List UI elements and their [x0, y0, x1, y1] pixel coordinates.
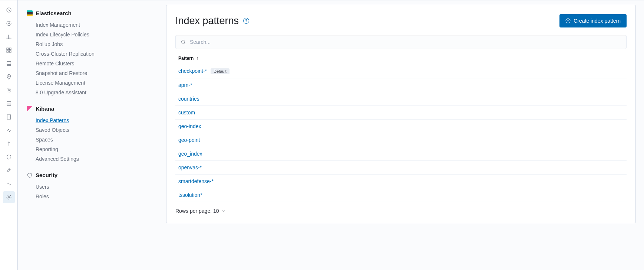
- table-row: smartdefense-*: [175, 175, 627, 188]
- svg-rect-3: [9, 48, 11, 50]
- sidebar-group-label: Security: [36, 172, 57, 178]
- siem-icon[interactable]: [3, 151, 15, 163]
- svg-rect-11: [7, 104, 11, 105]
- sidebar-item-saved-objects[interactable]: Saved Objects: [27, 125, 157, 135]
- table-row: checkpoint-*Default: [175, 64, 627, 78]
- visualize-icon[interactable]: [3, 31, 15, 43]
- kibana-logo-icon: [27, 106, 33, 112]
- sidebar-group-security: Security: [27, 172, 157, 178]
- svg-point-9: [7, 88, 11, 92]
- recent-icon[interactable]: [3, 4, 15, 16]
- index-patterns-panel: Index patterns ? Create index pattern Pa…: [166, 5, 636, 223]
- maps-icon[interactable]: [3, 71, 15, 83]
- discover-icon[interactable]: [3, 17, 15, 29]
- sidebar-item-index-lifecycle-policies[interactable]: Index Lifecycle Policies: [27, 30, 157, 39]
- sidebar-item-spaces[interactable]: Spaces: [27, 135, 157, 144]
- index-pattern-link[interactable]: openvas-*: [178, 165, 202, 170]
- sidebar-item-index-patterns[interactable]: Index Patterns: [27, 116, 157, 125]
- sidebar-group-label: Elasticsearch: [36, 10, 72, 16]
- create-index-pattern-button[interactable]: Create index pattern: [559, 14, 627, 27]
- svg-point-15: [182, 40, 185, 43]
- icon-rail: [0, 0, 18, 270]
- table-row: openvas-*: [175, 161, 627, 175]
- sidebar-item-advanced-settings[interactable]: Advanced Settings: [27, 154, 157, 164]
- sidebar-group-kibana: Kibana: [27, 105, 157, 112]
- svg-rect-4: [7, 51, 9, 52]
- search-input[interactable]: [175, 35, 627, 49]
- table-row: countries: [175, 92, 627, 106]
- svg-rect-2: [7, 48, 9, 50]
- monitoring-icon[interactable]: [3, 178, 15, 190]
- svg-rect-5: [9, 51, 11, 52]
- sidebar-item-roles[interactable]: Roles: [27, 192, 157, 201]
- index-pattern-link[interactable]: geo_index: [178, 151, 202, 157]
- settings-sidebar: ElasticsearchIndex ManagementIndex Lifec…: [18, 0, 166, 270]
- management-icon[interactable]: [3, 191, 15, 203]
- index-pattern-link[interactable]: geo-point: [178, 137, 200, 143]
- index-pattern-link[interactable]: custom: [178, 110, 195, 116]
- sidebar-item-license-management[interactable]: License Management: [27, 78, 157, 88]
- table-row: apm-*: [175, 78, 627, 92]
- devtools-icon[interactable]: [3, 165, 15, 176]
- ml-icon[interactable]: [3, 84, 15, 96]
- svg-point-8: [8, 90, 10, 91]
- table-row: geo-point: [175, 133, 627, 147]
- sort-asc-icon: ↑: [196, 56, 199, 61]
- canvas-icon[interactable]: [3, 58, 15, 69]
- sidebar-item-snapshot-and-restore[interactable]: Snapshot and Restore: [27, 68, 157, 78]
- sidebar-group-label: Kibana: [36, 105, 54, 112]
- sidebar-group-elasticsearch: Elasticsearch: [27, 10, 157, 16]
- table-row: tssolution*: [175, 188, 627, 202]
- main-content: Index patterns ? Create index pattern Pa…: [166, 0, 644, 270]
- index-pattern-link[interactable]: checkpoint-*: [178, 68, 207, 74]
- sidebar-item-users[interactable]: Users: [27, 182, 157, 192]
- sidebar-item-rollup-jobs[interactable]: Rollup Jobs: [27, 39, 157, 49]
- table-row: geo-index: [175, 120, 627, 133]
- svg-rect-6: [7, 62, 11, 65]
- infrastructure-icon[interactable]: [3, 98, 15, 110]
- sidebar-item-remote-clusters[interactable]: Remote Clusters: [27, 59, 157, 68]
- index-pattern-link[interactable]: geo-index: [178, 123, 201, 129]
- create-button-label: Create index pattern: [574, 18, 621, 24]
- dashboard-icon[interactable]: [3, 44, 15, 56]
- svg-point-7: [8, 76, 9, 77]
- search-icon: [181, 39, 186, 45]
- index-pattern-link[interactable]: apm-*: [178, 82, 192, 88]
- svg-point-13: [8, 196, 10, 198]
- sidebar-item-index-management[interactable]: Index Management: [27, 20, 157, 30]
- sidebar-item-cross-cluster-replication[interactable]: Cross-Cluster Replication: [27, 49, 157, 59]
- page-title: Index patterns: [175, 15, 239, 27]
- security-shield-icon: [27, 172, 33, 178]
- chevron-down-icon: [221, 209, 226, 213]
- sidebar-item-8-0-upgrade-assistant[interactable]: 8.0 Upgrade Assistant: [27, 88, 157, 97]
- index-pattern-link[interactable]: countries: [178, 96, 199, 102]
- index-pattern-link[interactable]: smartdefense-*: [178, 178, 214, 184]
- sidebar-item-reporting[interactable]: Reporting: [27, 144, 157, 154]
- logs-icon[interactable]: [3, 111, 15, 123]
- pager-label: Rows per page: 10: [175, 208, 219, 214]
- index-patterns-table: Pattern ↑ checkpoint-*Defaultapm-*countr…: [175, 53, 627, 202]
- help-icon[interactable]: ?: [243, 18, 249, 24]
- table-row: custom: [175, 106, 627, 120]
- table-row: geo_index: [175, 147, 627, 161]
- rows-per-page-selector[interactable]: Rows per page: 10: [175, 208, 627, 214]
- column-header-pattern[interactable]: Pattern ↑: [175, 53, 627, 64]
- svg-rect-10: [7, 102, 11, 103]
- svg-point-1: [7, 21, 11, 26]
- default-badge: Default: [211, 68, 229, 74]
- apm-icon[interactable]: [3, 124, 15, 136]
- index-pattern-link[interactable]: tssolution*: [178, 192, 202, 198]
- elasticsearch-logo-icon: [27, 10, 33, 16]
- uptime-icon[interactable]: [3, 138, 15, 150]
